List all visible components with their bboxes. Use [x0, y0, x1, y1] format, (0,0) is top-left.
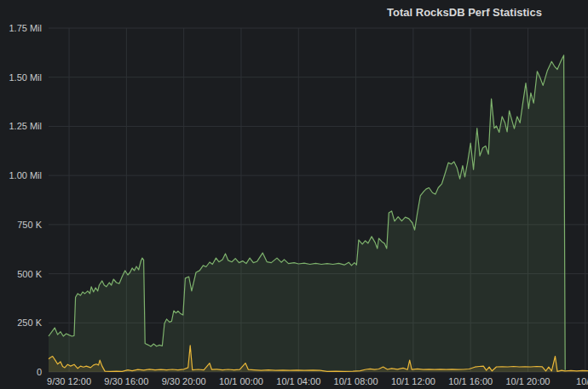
x-tick-label: 10/1 04:00 [276, 376, 320, 386]
grafana-panel: 1.75 Mil1.50 Mil1.25 Mil1.00 Mil750 K500… [0, 0, 588, 389]
x-tick-label: 10/1 16:00 [448, 376, 493, 386]
panel-title[interactable]: Total RocksDB Perf Statistics [378, 6, 551, 19]
y-tick-label: 1.75 Mil [9, 23, 42, 33]
perf-statistics-chart: 1.75 Mil1.50 Mil1.25 Mil1.00 Mil750 K500… [0, 0, 588, 389]
x-tick-label: 9/30 16:00 [104, 376, 148, 386]
x-tick-label: 10/2 [576, 376, 588, 386]
x-tick-label: 9/30 12:00 [47, 376, 91, 386]
x-tick-label: 10/1 08:00 [334, 376, 378, 386]
y-tick-label: 250 K [17, 317, 42, 328]
x-tick-label: 10/1 20:00 [505, 376, 550, 386]
y-tick-label: 500 K [17, 269, 42, 279]
x-tick-label: 10/1 12:00 [391, 376, 435, 386]
x-tick-label: 10/1 00:00 [219, 376, 263, 386]
y-tick-label: 1.50 Mil [9, 72, 42, 83]
y-tick-label: 750 K [17, 220, 42, 230]
x-tick-label: 9/30 20:00 [162, 376, 206, 386]
y-tick-label: 0 [37, 367, 42, 377]
y-tick-label: 1.00 Mil [9, 170, 42, 180]
y-tick-label: 1.25 Mil [9, 121, 42, 131]
